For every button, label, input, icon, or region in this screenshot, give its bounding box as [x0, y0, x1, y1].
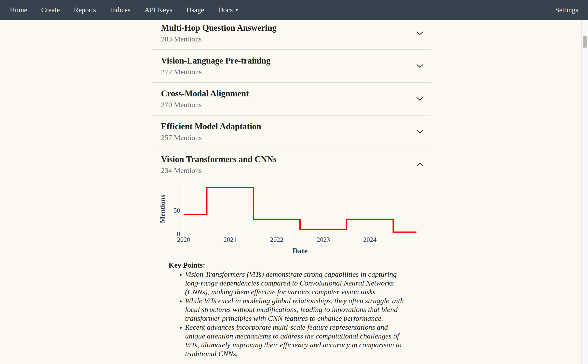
y-axis-title: Mentions	[159, 195, 166, 223]
topic-row-vision-transformers: Vision Transformers and CNNs 234 Mention…	[152, 148, 431, 364]
topic-mentions-count: 283 Mentions	[161, 34, 414, 44]
chevron-down-icon[interactable]	[415, 63, 425, 70]
svg-text:2022: 2022	[270, 236, 283, 243]
nav-item-create[interactable]: Create	[41, 6, 60, 14]
key-point-item: Recent advances incorporate multi-scale …	[185, 323, 409, 358]
svg-text:0: 0	[177, 230, 180, 238]
key-point-item: While ViTs excel in modeling global rela…	[185, 296, 409, 323]
nav-item-indices[interactable]: Indices	[110, 6, 131, 14]
topics-list: Multi-Hop Question Answering 283 Mention…	[152, 20, 431, 364]
key-points-section: Key Points: Vision Transformers (ViTs) d…	[152, 260, 431, 358]
topic-mentions-count: 257 Mentions	[161, 133, 414, 142]
svg-text:2024: 2024	[363, 236, 377, 243]
topic-row-cross-modal: Cross-Modal Alignment 270 Mentions	[152, 83, 431, 116]
mentions-over-time-chart: 20202021202220232024050DateMentions	[152, 182, 431, 256]
nav-item-api-keys[interactable]: API Keys	[145, 6, 173, 14]
svg-text:50: 50	[174, 207, 180, 214]
nav-item-docs[interactable]: Docs▾	[218, 6, 238, 14]
topic-header[interactable]: Efficient Model Adaptation 257 Mentions	[152, 121, 431, 142]
topic-mentions-count: 234 Mentions	[161, 166, 414, 175]
top-nav: Home Create Reports Indices API Keys Usa…	[0, 0, 588, 20]
topic-mentions-count: 270 Mentions	[161, 100, 414, 109]
chevron-up-icon[interactable]	[415, 161, 425, 168]
topic-title: Cross-Modal Alignment	[161, 88, 414, 99]
scrollbar-track[interactable]	[581, 20, 588, 364]
nav-item-settings[interactable]: Settings	[555, 6, 578, 14]
caret-down-icon: ▾	[236, 7, 238, 13]
x-axis-title: Date	[293, 247, 308, 255]
svg-text:2021: 2021	[224, 236, 237, 243]
nav-links: Home Create Reports Indices API Keys Usa…	[10, 6, 238, 14]
key-points-label: Key Points:	[169, 260, 409, 270]
nav-docs-label: Docs	[218, 6, 233, 14]
mentions-step-chart: 20202021202220232024050DateMentions	[152, 182, 431, 256]
chevron-down-icon[interactable]	[415, 128, 425, 135]
svg-text:2023: 2023	[317, 236, 330, 243]
topic-row-multi-hop: Multi-Hop Question Answering 283 Mention…	[152, 20, 431, 50]
key-points-list: Vision Transformers (ViTs) demonstrate s…	[169, 270, 409, 358]
topic-title: Multi-Hop Question Answering	[161, 23, 414, 33]
topic-header[interactable]: Multi-Hop Question Answering 283 Mention…	[152, 23, 431, 44]
nav-item-reports[interactable]: Reports	[74, 6, 96, 14]
topic-title: Vision-Language Pre-training	[161, 55, 414, 66]
topic-header[interactable]: Vision Transformers and CNNs 234 Mention…	[152, 154, 431, 175]
topic-header[interactable]: Cross-Modal Alignment 270 Mentions	[152, 88, 431, 109]
topic-title: Efficient Model Adaptation	[161, 121, 414, 132]
nav-item-home[interactable]: Home	[10, 6, 27, 14]
key-point-item: Vision Transformers (ViTs) demonstrate s…	[185, 270, 409, 296]
topic-row-efficient-adaptation: Efficient Model Adaptation 257 Mentions	[152, 116, 431, 148]
topic-row-vision-language: Vision-Language Pre-training 272 Mention…	[152, 50, 431, 83]
topic-header[interactable]: Vision-Language Pre-training 272 Mention…	[152, 55, 431, 77]
chevron-down-icon[interactable]	[415, 30, 425, 37]
topic-mentions-count: 272 Mentions	[161, 67, 414, 77]
chevron-down-icon[interactable]	[415, 95, 425, 103]
nav-item-usage[interactable]: Usage	[186, 6, 204, 14]
topic-title: Vision Transformers and CNNs	[161, 154, 414, 165]
scrollbar-thumb[interactable]	[583, 36, 587, 48]
app-window: Home Create Reports Indices API Keys Usa…	[0, 0, 588, 364]
